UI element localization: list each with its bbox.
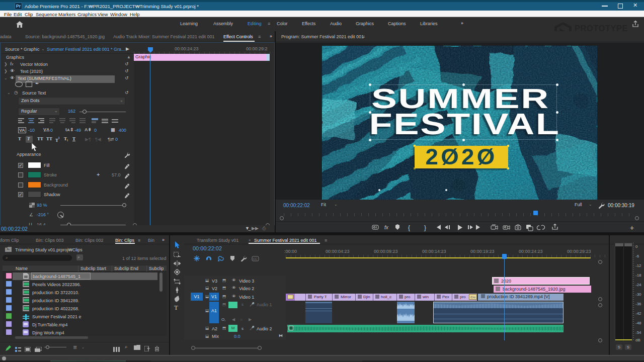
svg-text:fx: fx xyxy=(384,225,389,230)
svg-text:{: { xyxy=(408,224,410,231)
svg-text:}: } xyxy=(424,224,426,231)
svg-text:CC: CC xyxy=(253,257,258,260)
